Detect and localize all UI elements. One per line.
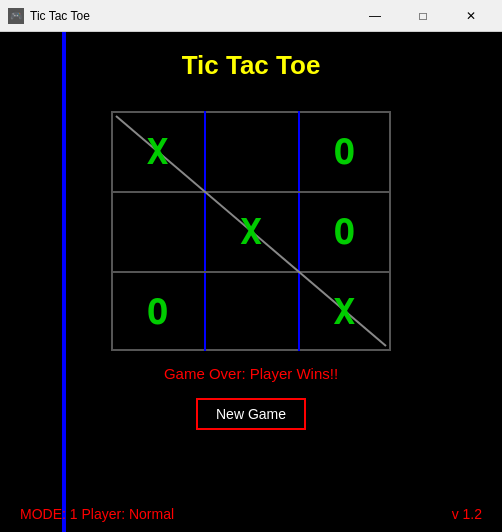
game-area: Tic Tac Toe X O X O O X Game O [0,32,502,532]
new-game-button[interactable]: New Game [196,398,306,430]
game-board: X O X O O X [111,111,391,351]
left-blue-bar [62,32,66,532]
close-button[interactable]: ✕ [448,0,494,32]
cell-2-2[interactable]: X [298,271,391,351]
cell-0-0[interactable]: X [111,111,204,191]
status-text: Game Over: Player Wins!! [164,365,338,382]
game-title: Tic Tac Toe [182,50,321,81]
title-bar: 🎮 Tic Tac Toe — □ ✕ [0,0,502,32]
cell-1-0[interactable] [111,191,204,271]
version-text: v 1.2 [452,506,482,522]
title-bar-text: Tic Tac Toe [30,9,346,23]
bottom-bar: MODE: 1 Player: Normal v 1.2 [0,506,502,522]
cell-0-2[interactable]: O [298,111,391,191]
minimize-button[interactable]: — [352,0,398,32]
cell-1-2[interactable]: O [298,191,391,271]
cell-2-0[interactable]: O [111,271,204,351]
cell-2-1[interactable] [204,271,297,351]
cell-0-1[interactable] [204,111,297,191]
mode-text: MODE: 1 Player: Normal [20,506,174,522]
board-cells: X O X O O X [111,111,391,351]
cell-1-1[interactable]: X [204,191,297,271]
title-bar-controls: — □ ✕ [352,0,494,32]
maximize-button[interactable]: □ [400,0,446,32]
app-icon: 🎮 [8,8,24,24]
